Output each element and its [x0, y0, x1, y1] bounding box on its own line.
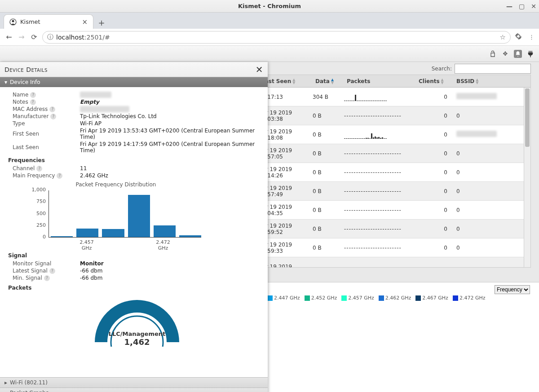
packets-donut: LLC/Management1,462	[92, 293, 182, 347]
notifications-icon[interactable]	[514, 50, 522, 58]
svg-point-2	[517, 35, 520, 38]
col-clients[interactable]: Clients▲▼	[416, 78, 447, 84]
accordion-device-info[interactable]: ▾ Device Info	[0, 77, 268, 87]
channel-value: 11	[80, 165, 261, 172]
legend-item: 2.462 GHz	[379, 295, 411, 301]
name-value-redacted	[80, 92, 111, 98]
new-tab-button[interactable]: +	[95, 16, 108, 29]
site-info-icon[interactable]: ⓘ	[47, 33, 53, 41]
monitor-value: Monitor	[80, 260, 261, 267]
accordion-wifi[interactable]: ▸ Wi-Fi (802.11)	[0, 377, 268, 388]
table-row[interactable]: Apr 19 201914:04:350 B------------------…	[234, 201, 530, 220]
forward-button[interactable]: →	[17, 33, 26, 42]
legend-item: 2.457 GHz	[341, 295, 374, 301]
tab-close-icon[interactable]: ×	[82, 18, 88, 26]
chart-title: Packet Frequency Distribution	[31, 181, 201, 188]
table-scrollbar[interactable]	[524, 88, 530, 267]
first-seen-value: Fri Apr 19 2019 13:53:43 GMT+0200 (Centr…	[80, 128, 261, 140]
legend-item: 2.447 GHz	[267, 295, 300, 301]
table-row[interactable]: Apr 19 201914:18:080 B0	[234, 125, 530, 144]
min-signal-value: -66 dbm	[80, 275, 261, 281]
browser-toolbar: ← → ⟳ ⓘ localhost:2501/# ☆ ⋮	[0, 29, 539, 46]
frequency-legend: 42 GHz2.447 GHz2.452 GHz2.457 GHz2.462 G…	[238, 295, 485, 301]
legend-item: 2.472 GHz	[453, 295, 486, 301]
latest-signal-value: -66 dbm	[80, 268, 261, 274]
mac-value-redacted	[80, 106, 129, 112]
notes-value: Empty	[80, 99, 261, 105]
reload-button[interactable]: ⟳	[30, 33, 39, 42]
modal-title: Device Details	[4, 66, 48, 73]
device-info-body[interactable]: Name? Notes?Empty MAC Address? Manufactu…	[0, 87, 268, 377]
close-window-icon[interactable]: ✕	[531, 3, 536, 10]
frequency-pane: Frequency 42 GHz2.447 GHz2.452 GHz2.457 …	[234, 282, 539, 392]
maximize-icon[interactable]: ▢	[519, 3, 525, 10]
table-row[interactable]: Apr 19 201914:14:260 B------------------…	[234, 163, 530, 182]
frequency-dropdown-wrap: Frequency	[495, 285, 530, 294]
legend-item: 2.467 GHz	[415, 295, 448, 301]
packets-heading: Packets	[8, 285, 261, 291]
legend-item: 2.452 GHz	[305, 295, 337, 301]
modal-close-button[interactable]: ✕	[256, 64, 263, 75]
search-input[interactable]	[455, 64, 531, 74]
app-header: ✥	[0, 46, 539, 62]
table-body[interactable]: 14:17:13304 B0Apr 19 201914:03:380 B----…	[234, 88, 530, 267]
col-bssid[interactable]: BSSID▲▼	[447, 78, 530, 84]
lock-open-icon[interactable]	[489, 50, 497, 58]
help-icon[interactable]: ?	[49, 106, 55, 112]
table-row[interactable]: 14:17:13304 B0	[234, 88, 530, 106]
help-icon[interactable]: ?	[50, 114, 56, 119]
table-row[interactable]: Apr 19 201913:57:050 B------------------…	[234, 144, 530, 163]
svg-point-1	[12, 20, 14, 22]
browser-menu-icon[interactable]: ⋮	[529, 34, 535, 40]
manufacturer-value: Tp-Link Technologies Co. Ltd	[80, 113, 261, 119]
modal-header: Device Details ✕	[0, 62, 268, 77]
table-row[interactable]: Apr 19 2019	[234, 257, 530, 267]
window-title: Kismet - Chromium	[238, 3, 301, 9]
device-table: nel▲▼ Last Seen▲▼ Data▲▼ Packets Clients…	[234, 75, 531, 268]
browser-tab[interactable]: Kismet ×	[4, 14, 93, 29]
plug-icon[interactable]	[526, 50, 535, 58]
help-icon[interactable]: ?	[57, 173, 62, 179]
accordion-packet-graphs[interactable]: ▸ Packet Graphs	[0, 388, 268, 392]
bookmark-star-icon[interactable]: ☆	[500, 33, 506, 41]
main-freq-value: 2.462 GHz	[80, 172, 261, 179]
browser-tabstrip: Kismet × +	[0, 13, 539, 29]
minimize-icon[interactable]: —	[506, 3, 512, 10]
kismet-favicon-icon	[9, 18, 17, 26]
table-row[interactable]: Apr 19 201914:03:380 B------------------…	[234, 106, 530, 125]
crosshair-icon[interactable]: ✥	[501, 50, 509, 58]
stacked-bar-chart	[238, 305, 530, 392]
col-data[interactable]: Data▲▼	[313, 78, 344, 84]
table-row[interactable]: Apr 19 201913:57:490 B------------------…	[234, 182, 530, 201]
search-row: Search:	[432, 64, 531, 74]
device-details-modal: Device Details ✕ ▾ Device Info Name? Not…	[0, 62, 268, 392]
table-row[interactable]: Apr 19 201913:59:520 B------------------…	[234, 220, 530, 238]
table-row[interactable]: Apr 19 201913:59:330 B------------------…	[234, 238, 530, 257]
last-seen-value: Fri Apr 19 2019 14:17:59 GMT+0200 (Centr…	[80, 141, 261, 154]
help-icon[interactable]: ?	[49, 268, 55, 274]
table-header: nel▲▼ Last Seen▲▼ Data▲▼ Packets Clients…	[234, 75, 530, 88]
help-icon[interactable]: ?	[30, 92, 36, 98]
type-value: Wi-Fi AP	[80, 120, 261, 127]
packet-freq-chart: Packet Frequency Distribution 0250500750…	[31, 181, 201, 249]
tab-title: Kismet	[20, 18, 78, 25]
search-label: Search:	[432, 66, 452, 72]
url-text: localhost:2501/#	[56, 34, 110, 41]
url-bar[interactable]: ⓘ localhost:2501/# ☆	[42, 31, 511, 44]
extension-icon[interactable]	[514, 32, 522, 42]
frequency-dropdown[interactable]: Frequency	[495, 285, 530, 294]
help-icon[interactable]: ?	[44, 275, 50, 281]
back-button[interactable]: ←	[4, 33, 13, 42]
window-titlebar: Kismet - Chromium — ▢ ✕	[0, 0, 539, 13]
frequencies-heading: Frequencies	[8, 157, 261, 163]
help-icon[interactable]: ?	[30, 99, 36, 105]
help-icon[interactable]: ?	[36, 166, 42, 172]
signal-heading: Signal	[8, 252, 261, 259]
col-packets[interactable]: Packets	[344, 78, 416, 84]
